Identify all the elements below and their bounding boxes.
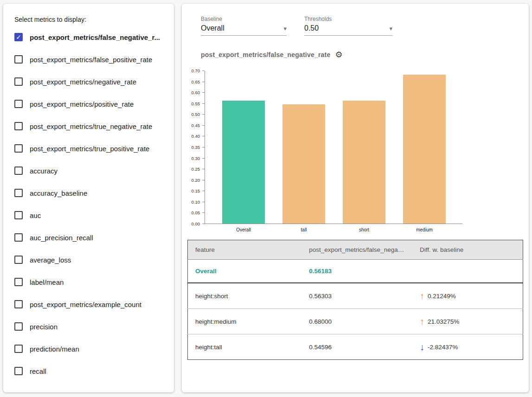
checkbox-unchecked-icon[interactable] [14,300,23,308]
table-body: Overall0.56183height:short0.56303↑0.2124… [188,260,523,360]
bar-slot: medium [394,70,455,224]
bar-chart: 0.000.050.100.150.200.250.300.350.400.45… [184,71,529,234]
bar[interactable] [282,104,325,224]
metric-label: prediction/mean [30,345,79,353]
thresholds-dropdown[interactable]: Thresholds 0.50 ▾ [304,16,392,36]
page: Select metrics to display: ✓post_export_… [0,0,532,397]
checkbox-unchecked-icon[interactable] [14,122,23,130]
metric-label: post_export_metrics/true_positive_rate [30,145,149,153]
checkbox-unchecked-icon[interactable] [14,345,23,353]
metric-row[interactable]: average_loss [3,249,174,271]
checkbox-unchecked-icon[interactable] [14,278,23,286]
x-axis-label: medium [394,227,455,232]
metric-row[interactable]: label/mean [3,271,174,293]
metric-label: post_export_metrics/positive_rate [30,100,134,108]
bar-slot: tall [274,70,334,224]
checkbox-unchecked-icon[interactable] [14,256,23,264]
y-axis-tick-label: 0.35 [186,145,200,150]
diff-wrap: ↑21.03275% [420,317,515,326]
y-axis-tick-label: 0.65 [186,79,200,84]
metric-label: post_export_metrics/false_positive_rate [30,56,152,64]
metric-row[interactable]: post_export_metrics/true_negative_rate [3,115,174,137]
x-axis-label: Overall [213,227,274,232]
baseline-dropdown-label: Baseline [201,16,287,22]
down-arrow-icon: ↓ [420,342,424,352]
diff-cell: ↑21.03275% [412,309,523,334]
table-row: height:medium0.68000↑21.03275% [188,309,523,334]
feature-cell: height:medium [188,309,302,334]
feature-cell: Overall [188,260,302,283]
checkbox-unchecked-icon[interactable] [14,166,23,175]
chevron-down-icon: ▾ [389,25,392,32]
metric-row[interactable]: accuracy_baseline [3,182,174,204]
metric-label: label/mean [30,278,64,286]
metric-row[interactable]: precision [3,315,174,338]
checkbox-unchecked-icon[interactable] [14,55,23,64]
table-header-cell: Diff. w. baseline [412,240,523,260]
metric-label: post_export_metrics/negative_rate [30,78,136,86]
x-axis-label: tall [274,227,334,232]
thresholds-dropdown-value: 0.50 [304,24,319,32]
bar[interactable] [403,75,446,224]
metric-row[interactable]: accuracy [3,160,174,182]
diff-cell: ↓-2.82437% [412,334,523,360]
chart-title: post_export_metrics/false_negative_rate [201,51,330,58]
value-cell: 0.56183 [301,260,412,283]
metric-label: average_loss [30,256,71,264]
metric-row[interactable]: prediction/mean [3,338,174,360]
metric-row[interactable]: post_export_metrics/positive_rate [3,93,174,115]
metric-label: post_export_metrics/example_count [30,301,141,308]
controls-row: Baseline Overall ▾ Thresholds 0.50 ▾ [182,16,529,36]
diff-value: 21.03275% [428,318,459,325]
checkbox-unchecked-icon[interactable] [14,144,23,153]
checkbox-unchecked-icon[interactable] [14,233,23,242]
y-axis-tick-label: 0.10 [186,199,200,205]
metric-label: auc_precision_recall [30,234,93,242]
checkbox-unchecked-icon[interactable] [14,322,23,331]
table-header-cell: post_export_metrics/false_negative_rat..… [301,240,412,260]
results-panel: Baseline Overall ▾ Thresholds 0.50 ▾ pos… [182,4,529,392]
metric-label: recall [30,367,46,375]
diff-cell [412,260,523,283]
metric-row[interactable]: ✓post_export_metrics/false_negative_r... [3,26,174,48]
x-axis-label: short [334,227,394,232]
bar[interactable] [222,101,265,224]
y-axis-tick-label: 0.00 [186,221,200,226]
metric-row[interactable]: post_export_metrics/negative_rate [3,70,174,93]
table-row: height:short0.56303↑0.21249% [188,283,523,309]
metric-label: auc [30,211,41,219]
baseline-dropdown[interactable]: Baseline Overall ▾ [201,16,287,36]
metric-row[interactable]: auc [3,204,174,226]
y-axis-tick-label: 0.05 [186,210,200,215]
y-axis-tick-label: 0.40 [186,134,200,139]
y-axis-tick-label: 0.60 [186,90,200,95]
metric-row[interactable]: post_export_metrics/true_positive_rate [3,137,174,160]
bar[interactable] [343,101,385,224]
metric-label: precision [30,323,58,331]
checkbox-unchecked-icon[interactable] [14,189,23,197]
panel-title: Select metrics to display: [3,16,174,23]
checkbox-unchecked-icon[interactable] [14,100,23,108]
metrics-list: ✓post_export_metrics/false_negative_r...… [3,26,174,382]
metric-label: accuracy [30,167,58,175]
checkbox-unchecked-icon[interactable] [14,367,23,375]
metric-label: accuracy_baseline [30,189,87,197]
diff-cell: ↑0.21249% [412,283,523,309]
checkbox-unchecked-icon[interactable] [14,211,23,219]
plot-area: Overalltallshortmedium [205,71,462,224]
y-axis: 0.000.050.100.150.200.250.300.350.400.45… [184,71,205,224]
y-axis-tick-label: 0.30 [186,156,200,161]
value-cell: 0.68000 [301,309,412,334]
settings-gear-icon[interactable]: ⚙ [335,51,342,59]
y-axis-tick-label: 0.25 [186,166,200,172]
checkbox-checked-icon[interactable]: ✓ [14,33,23,41]
up-arrow-icon: ↑ [420,317,424,326]
bar-slot: short [334,70,394,224]
metric-row[interactable]: post_export_metrics/example_count [3,293,174,315]
metric-row[interactable]: post_export_metrics/false_positive_rate [3,48,174,70]
checkbox-unchecked-icon[interactable] [14,77,23,86]
up-arrow-icon: ↑ [420,291,424,301]
y-axis-tick-label: 0.45 [186,123,200,128]
metric-row[interactable]: auc_precision_recall [3,226,174,249]
metric-row[interactable]: recall [3,360,174,382]
